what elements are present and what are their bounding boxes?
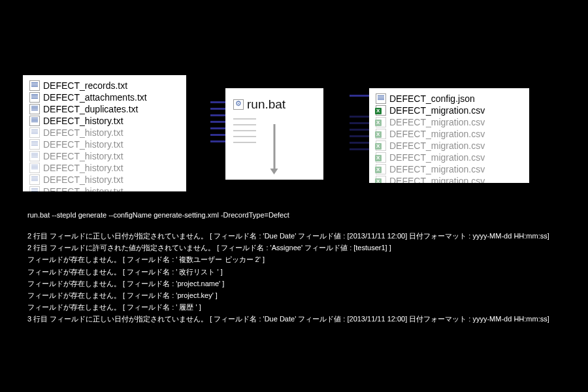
- filename: DEFECT_history.txt: [43, 139, 123, 150]
- process-panel: run.bat: [225, 88, 323, 180]
- filename: DEFECT_history.txt: [43, 174, 123, 185]
- log-line: 2 行目 フィールドに許可された値が指定されていません。 [ フィールド名 : …: [27, 242, 570, 253]
- filename: DEFECT_records.txt: [43, 80, 127, 91]
- down-arrow-icon: [274, 124, 276, 170]
- filename: DEFECT_migration.csv: [389, 105, 485, 116]
- filename: DEFECT_duplicates.txt: [43, 104, 139, 114]
- excel-file-icon: [376, 129, 386, 139]
- log-line: フィールドが存在しません。 [ フィールド名 : ' 履歴 ' ]: [27, 301, 570, 313]
- log-line: フィールドが存在しません。 [ フィールド名 : ' 改行リスト ' ]: [27, 266, 570, 278]
- txt-file-icon: [29, 151, 40, 161]
- txt-file-icon: [29, 116, 40, 126]
- log-line: 2 行目 フィールドに正しい日付が指定されていません。 [ フィールド名 : '…: [27, 230, 570, 242]
- output-files-panel: DEFECT_config.json DEFECT_migration.csv …: [369, 88, 529, 183]
- file-row: DEFECT_migration.csv: [376, 152, 523, 163]
- txt-file-icon: [29, 104, 40, 114]
- command-line: run.bat --stepId generate --configName g…: [27, 209, 570, 221]
- excel-file-icon: [376, 117, 386, 127]
- filename: DEFECT_migration.csv: [389, 176, 485, 183]
- filename: DEFECT_migration.csv: [389, 140, 485, 151]
- log-line: フィールドが存在しません。 [ フィールド名 : 'project.key' ]: [27, 289, 570, 301]
- file-row: DEFECT_history.txt: [29, 163, 180, 173]
- file-row: DEFECT_config.json: [376, 93, 523, 104]
- file-row: DEFECT_records.txt: [29, 80, 180, 91]
- filename: DEFECT_history.txt: [43, 116, 123, 126]
- file-row: DEFECT_duplicates.txt: [29, 104, 180, 114]
- txt-file-icon: [29, 186, 40, 191]
- flow-diagram: DEFECT_records.txt DEFECT_attachments.tx…: [23, 75, 565, 189]
- txt-file-icon: [29, 139, 40, 150]
- file-row: DEFECT_history.txt: [29, 127, 180, 138]
- filename: DEFECT_history.txt: [43, 163, 123, 173]
- file-row: DEFECT_attachments.txt: [29, 92, 180, 103]
- file-row: DEFECT_migration.csv: [376, 140, 523, 151]
- excel-file-icon: [376, 176, 386, 183]
- txt-file-icon: [29, 174, 40, 185]
- file-row: run.bat: [233, 97, 316, 112]
- file-row: DEFECT_history.txt: [29, 139, 180, 150]
- file-row: DEFECT_history.txt: [29, 116, 180, 126]
- excel-file-icon: [376, 105, 386, 116]
- file-row: DEFECT_migration.csv: [376, 164, 523, 174]
- filename: DEFECT_history.txt: [43, 186, 123, 191]
- filename: DEFECT_config.json: [389, 93, 475, 104]
- txt-file-icon: [29, 92, 40, 103]
- filename: DEFECT_attachments.txt: [43, 92, 147, 103]
- txt-file-icon: [29, 127, 40, 138]
- file-row: DEFECT_migration.csv: [376, 129, 523, 139]
- filename: DEFECT_history.txt: [43, 151, 123, 161]
- excel-file-icon: [376, 152, 386, 163]
- filename: DEFECT_migration.csv: [389, 152, 485, 163]
- txt-file-icon: [376, 93, 386, 104]
- file-row: DEFECT_history.txt: [29, 151, 180, 161]
- file-row: DEFECT_migration.csv: [376, 176, 523, 183]
- file-row: DEFECT_migration.csv: [376, 117, 523, 127]
- txt-file-icon: [29, 80, 40, 91]
- txt-file-icon: [29, 163, 40, 173]
- script-name: run.bat: [247, 97, 286, 112]
- input-files-panel: DEFECT_records.txt DEFECT_attachments.tx…: [23, 75, 186, 191]
- filename: DEFECT_migration.csv: [389, 129, 485, 139]
- file-row: DEFECT_history.txt: [29, 186, 180, 191]
- log-line: フィールドが存在しません。 [ フィールド名 : ' 複数ユーザー ピッカー 2…: [27, 253, 570, 265]
- file-row: DEFECT_history.txt: [29, 174, 180, 185]
- excel-file-icon: [376, 140, 386, 151]
- console-output: run.bat --stepId generate --configName g…: [27, 209, 570, 325]
- log-line: 3 行目 フィールドに正しい日付が指定されていません。 [ フィールド名 : '…: [27, 313, 570, 325]
- gear-file-icon: [233, 99, 244, 110]
- file-row: DEFECT_migration.csv: [376, 105, 523, 116]
- excel-file-icon: [376, 164, 386, 174]
- filename: DEFECT_history.txt: [43, 127, 123, 138]
- filename: DEFECT_migration.csv: [389, 164, 485, 174]
- log-line: フィールドが存在しません。 [ フィールド名 : 'project.name' …: [27, 278, 570, 289]
- filename: DEFECT_migration.csv: [389, 117, 485, 127]
